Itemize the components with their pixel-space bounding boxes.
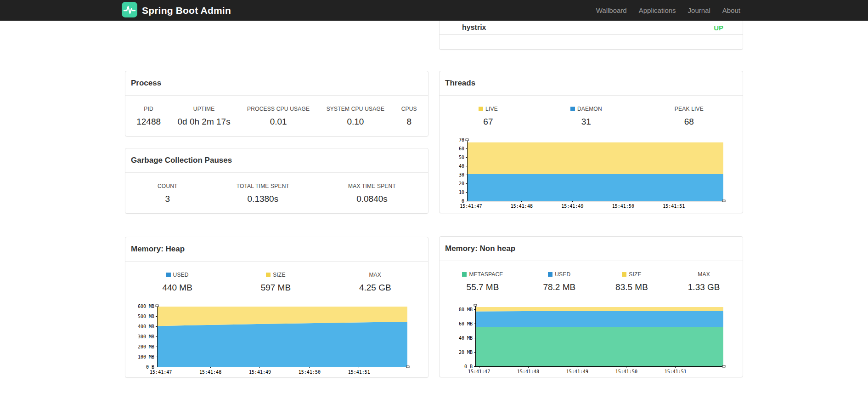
threads-live-swatch bbox=[479, 107, 483, 111]
threads-daemon-swatch bbox=[570, 107, 575, 111]
stat-process-cpu-usage: PROCESS CPU USAGE 0.01 bbox=[247, 106, 310, 127]
panel-gc-pauses: Garbage Collection Pauses COUNT 3 TOTAL … bbox=[125, 148, 428, 214]
threads-panel-header: Threads bbox=[440, 71, 743, 96]
svg-text:80 MB: 80 MB bbox=[459, 307, 473, 312]
svg-text:15:41:47: 15:41:47 bbox=[150, 370, 172, 375]
svg-text:15:41:48: 15:41:48 bbox=[517, 369, 539, 374]
svg-text:20: 20 bbox=[459, 181, 464, 186]
svg-text:15:41:49: 15:41:49 bbox=[249, 370, 271, 375]
heap-size-swatch bbox=[266, 273, 271, 277]
svg-text:15:41:50: 15:41:50 bbox=[615, 369, 637, 374]
gc-stats: COUNT 3 TOTAL TIME SPENT 0.1380s MAX TIM… bbox=[125, 173, 428, 211]
application-status-badge: UP bbox=[714, 24, 723, 32]
svg-text:50: 50 bbox=[459, 155, 464, 160]
svg-text:15:41:51: 15:41:51 bbox=[665, 369, 687, 374]
panel-process: Process PID 12488 UPTIME 0d 0h 2m 17s PR… bbox=[125, 71, 428, 137]
svg-text:15:41:51: 15:41:51 bbox=[663, 204, 685, 209]
threads-chart: 01020304050607015:41:4715:41:4815:41:491… bbox=[451, 136, 727, 212]
svg-text:40: 40 bbox=[459, 164, 464, 169]
stat-gc-total-time: TOTAL TIME SPENT 0.1380s bbox=[237, 183, 289, 204]
svg-text:0 B: 0 B bbox=[146, 364, 154, 370]
application-name[interactable]: hystrix bbox=[462, 23, 486, 32]
process-stats: PID 12488 UPTIME 0d 0h 2m 17s PROCESS CP… bbox=[125, 96, 428, 134]
svg-text:15:41:51: 15:41:51 bbox=[348, 370, 370, 375]
svg-text:500 MB: 500 MB bbox=[138, 314, 154, 319]
svg-text:300 MB: 300 MB bbox=[138, 334, 154, 339]
threads-chart-container: 01020304050607015:41:4715:41:4815:41:491… bbox=[440, 136, 743, 212]
gc-panel-header: Garbage Collection Pauses bbox=[125, 148, 428, 173]
brand-title: Spring Boot Admin bbox=[142, 5, 231, 16]
main-content: Process PID 12488 UPTIME 0d 0h 2m 17s PR… bbox=[125, 21, 743, 378]
heap-chart: 0 B100 MB200 MB300 MB400 MB500 MB600 MB1… bbox=[133, 302, 411, 378]
stat-heap-max: MAX 4.25 GB bbox=[359, 272, 391, 293]
svg-text:200 MB: 200 MB bbox=[138, 344, 154, 349]
svg-text:30: 30 bbox=[459, 172, 464, 177]
svg-text:40 MB: 40 MB bbox=[459, 336, 473, 341]
svg-text:60: 60 bbox=[459, 146, 464, 151]
stat-nonheap-max: MAX 1.33 GB bbox=[688, 271, 720, 292]
stat-threads-peak-live: PEAK LIVE 68 bbox=[675, 106, 704, 127]
stat-nonheap-size: SIZE 83.5 MB bbox=[615, 271, 648, 292]
nonheap-stats: METASPACE 55.7 MB USED 78.2 MB SIZE bbox=[440, 261, 743, 300]
svg-text:0 B: 0 B bbox=[464, 364, 473, 369]
stat-heap-used: USED 440 MB bbox=[162, 272, 192, 293]
panel-application-statuses: hystrix UP bbox=[439, 21, 743, 50]
svg-text:15:41:47: 15:41:47 bbox=[468, 369, 490, 374]
svg-text:20 MB: 20 MB bbox=[459, 350, 473, 355]
top-navbar: Spring Boot Admin Wallboard Applications… bbox=[0, 0, 868, 21]
svg-text:10: 10 bbox=[459, 190, 464, 195]
svg-text:15:41:49: 15:41:49 bbox=[566, 369, 588, 374]
svg-text:100 MB: 100 MB bbox=[138, 354, 154, 359]
svg-text:15:41:50: 15:41:50 bbox=[612, 204, 634, 209]
svg-text:15:41:50: 15:41:50 bbox=[299, 370, 321, 375]
nav-item-journal[interactable]: Journal bbox=[682, 6, 716, 14]
threads-panel-title: Threads bbox=[445, 79, 475, 87]
stat-gc-count: COUNT 3 bbox=[158, 183, 178, 204]
threads-stats: LIVE 67 DAEMON 31 PEAK LIVE 68 bbox=[440, 96, 743, 134]
stat-gc-max-time: MAX TIME SPENT 0.0840s bbox=[348, 183, 396, 204]
heap-stats: USED 440 MB SIZE 597 MB MAX 4.25 GB bbox=[125, 262, 428, 300]
stat-nonheap-used: USED 78.2 MB bbox=[543, 271, 575, 292]
stat-uptime: UPTIME 0d 0h 2m 17s bbox=[178, 106, 231, 127]
nav-item-wallboard[interactable]: Wallboard bbox=[590, 6, 633, 14]
nonheap-used-swatch bbox=[548, 272, 552, 277]
panel-threads: Threads LIVE 67 DAEMON 31 bbox=[439, 71, 743, 213]
process-panel-header: Process bbox=[125, 71, 428, 96]
heap-used-swatch bbox=[166, 273, 171, 277]
svg-text:0: 0 bbox=[462, 199, 464, 204]
stat-system-cpu-usage: SYSTEM CPU USAGE 0.10 bbox=[327, 106, 385, 127]
svg-text:60 MB: 60 MB bbox=[459, 321, 473, 326]
svg-text:15:41:48: 15:41:48 bbox=[199, 370, 221, 375]
nav-item-applications[interactable]: Applications bbox=[633, 6, 682, 14]
application-row-hystrix[interactable]: hystrix UP bbox=[440, 21, 743, 35]
spring-boot-admin-logo-icon bbox=[122, 2, 137, 19]
stat-nonheap-metaspace: METASPACE 55.7 MB bbox=[462, 271, 503, 292]
nav-item-about[interactable]: About bbox=[716, 6, 746, 14]
stat-heap-size: SIZE 597 MB bbox=[261, 272, 291, 293]
panel-memory-nonheap: Memory: Non heap METASPACE 55.7 MB USED … bbox=[439, 236, 743, 377]
nav-links: Wallboard Applications Journal About bbox=[590, 6, 746, 14]
nonheap-panel-title: Memory: Non heap bbox=[445, 244, 515, 253]
svg-text:15:41:47: 15:41:47 bbox=[460, 204, 482, 209]
stat-threads-live: LIVE 67 bbox=[479, 106, 498, 127]
nonheap-chart: 0 B20 MB40 MB60 MB80 MB15:41:4715:41:481… bbox=[451, 302, 727, 377]
heap-panel-title: Memory: Heap bbox=[131, 245, 185, 253]
heap-chart-container: 0 B100 MB200 MB300 MB400 MB500 MB600 MB1… bbox=[125, 302, 428, 378]
stat-pid: PID 12488 bbox=[136, 106, 161, 127]
stat-threads-daemon: DAEMON 31 bbox=[570, 106, 602, 127]
svg-text:600 MB: 600 MB bbox=[138, 304, 154, 309]
svg-text:400 MB: 400 MB bbox=[138, 324, 154, 329]
nonheap-chart-container: 0 B20 MB40 MB60 MB80 MB15:41:4715:41:481… bbox=[440, 302, 743, 377]
process-panel-title: Process bbox=[131, 79, 161, 87]
heap-panel-header: Memory: Heap bbox=[125, 237, 428, 262]
panel-memory-heap: Memory: Heap USED 440 MB SIZE 597 MB bbox=[125, 237, 428, 378]
nonheap-metaspace-swatch bbox=[462, 272, 467, 277]
svg-text:15:41:49: 15:41:49 bbox=[561, 204, 583, 209]
svg-text:15:41:48: 15:41:48 bbox=[511, 204, 533, 209]
stat-cpus: CPUS 8 bbox=[401, 106, 417, 127]
nonheap-size-swatch bbox=[622, 272, 626, 277]
gc-panel-title: Garbage Collection Pauses bbox=[131, 156, 232, 165]
nonheap-panel-header: Memory: Non heap bbox=[440, 237, 743, 261]
brand-link[interactable]: Spring Boot Admin bbox=[122, 2, 231, 19]
svg-text:70: 70 bbox=[459, 137, 464, 142]
